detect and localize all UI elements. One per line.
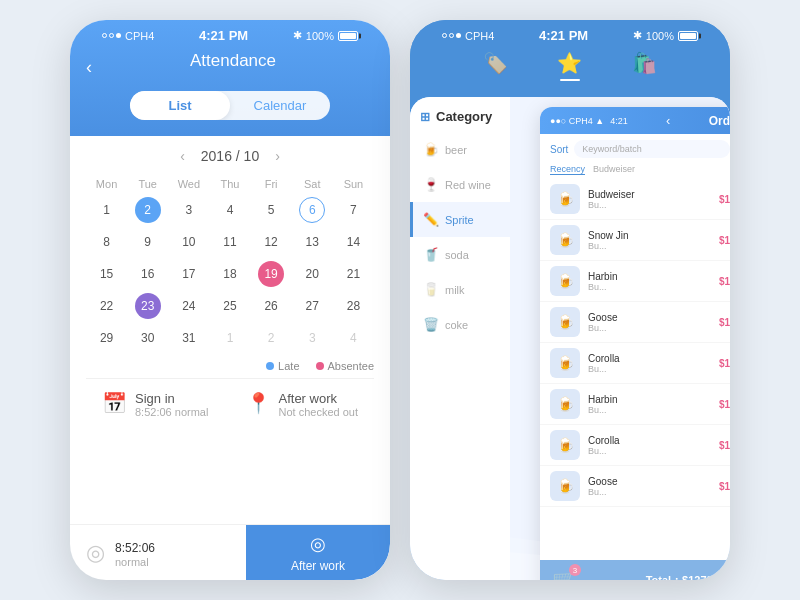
signal-area: CPH4 — [102, 30, 154, 42]
filter-budweiser[interactable]: Budweiser — [593, 164, 635, 175]
signin-details: Sign in 8:52:06 normal — [135, 391, 208, 418]
cat-coke-label: coke — [445, 319, 468, 331]
tab-bag[interactable]: 🛍️ — [632, 51, 657, 81]
view-toggle[interactable]: List Calendar — [130, 91, 330, 120]
sprite-icon: ✏️ — [423, 212, 439, 227]
cal-cell[interactable]: 28 — [333, 290, 374, 322]
bag-icon[interactable]: 🛍️ — [632, 51, 657, 75]
next-month-btn[interactable]: › — [275, 148, 280, 164]
cat-coke[interactable]: 🗑️ coke — [410, 307, 510, 342]
product-sub-1: Bu... — [588, 200, 711, 210]
product-sub-6: Bu... — [588, 405, 711, 415]
product-row[interactable]: 🍺 Harbin Bu... $1 — [540, 261, 730, 302]
wave-svg — [410, 510, 730, 580]
product-row[interactable]: 🍺 Budweiser Bu... $1 — [540, 179, 730, 220]
search-placeholder: Keyword/batch — [582, 144, 642, 154]
r-signal-dot-1 — [442, 33, 447, 38]
cat-sprite[interactable]: ✏️ Sprite — [410, 202, 510, 237]
cal-cell[interactable]: 4 — [333, 322, 374, 354]
search-input[interactable]: Keyword/batch — [574, 140, 730, 158]
product-row[interactable]: 🍺 Corolla Bu... $1 — [540, 425, 730, 466]
cal-cell[interactable]: 24 — [168, 290, 209, 322]
sort-label[interactable]: Sort — [550, 144, 568, 155]
cal-cell[interactable]: 2 — [251, 322, 292, 354]
cal-cell[interactable]: 26 — [251, 290, 292, 322]
cat-sprite-label: Sprite — [445, 214, 474, 226]
overlay-back-btn[interactable]: ‹ — [666, 113, 670, 128]
cal-cell[interactable]: 3 — [168, 194, 209, 226]
cat-redwine-label: Red wine — [445, 179, 491, 191]
right-signal-area: CPH4 — [442, 30, 494, 42]
cal-cell[interactable]: 17 — [168, 258, 209, 290]
products-area: ●●○ CPH4 ▲ 4:21 ‹ Ord Sort Keyword/batch… — [510, 97, 730, 580]
filter-recency[interactable]: Recency — [550, 164, 585, 175]
cat-beer[interactable]: 🍺 beer — [410, 132, 510, 167]
star-icon[interactable]: ⭐ — [557, 51, 582, 75]
tab-star[interactable]: ⭐ — [557, 51, 582, 81]
product-price-7: $1 — [719, 440, 730, 451]
cal-cell[interactable]: 25 — [209, 290, 250, 322]
product-row[interactable]: 🍺 Corolla Bu... $1 — [540, 343, 730, 384]
product-name-6: Harbin — [588, 394, 711, 405]
cal-cell[interactable]: 18 — [209, 258, 250, 290]
signin-row: 📅 Sign in 8:52:06 normal 📍 After work — [102, 391, 358, 418]
product-img-3: 🍺 — [550, 266, 580, 296]
cal-cell[interactable]: 8 — [86, 226, 127, 258]
cat-redwine[interactable]: 🍷 Red wine — [410, 167, 510, 202]
cal-cell[interactable]: 14 — [333, 226, 374, 258]
afterwork-btn[interactable]: ◎ After work — [246, 525, 390, 580]
product-info-5: Corolla Bu... — [588, 353, 711, 374]
product-row[interactable]: 🍺 Harbin Bu... $1 — [540, 384, 730, 425]
cat-milk[interactable]: 🥛 milk — [410, 272, 510, 307]
legend: Late Absentee — [86, 360, 374, 372]
right-signal-dots — [442, 33, 461, 38]
cal-cell[interactable]: 15 — [86, 258, 127, 290]
cal-cell[interactable]: 27 — [292, 290, 333, 322]
cal-cell[interactable]: 19 — [251, 258, 292, 290]
cal-cell[interactable]: 4 — [209, 194, 250, 226]
product-img-5: 🍺 — [550, 348, 580, 378]
cal-cell[interactable]: 1 — [209, 322, 250, 354]
product-name-3: Harbin — [588, 271, 711, 282]
tab-tag[interactable]: 🏷️ — [483, 51, 508, 81]
prev-month-btn[interactable]: ‹ — [180, 148, 185, 164]
r-battery-icon — [678, 31, 698, 41]
cal-cell[interactable]: 10 — [168, 226, 209, 258]
product-row[interactable]: 🍺 Snow Jin Bu... $1 — [540, 220, 730, 261]
right-tabs[interactable]: 🏷️ ⭐ 🛍️ — [426, 47, 714, 89]
product-img-4: 🍺 — [550, 307, 580, 337]
afterwork-btn-label[interactable]: After work — [291, 559, 345, 573]
product-row[interactable]: 🍺 Goose Bu... $1 — [540, 302, 730, 343]
cal-cell[interactable]: 5 — [251, 194, 292, 226]
cat-soda[interactable]: 🥤 soda — [410, 237, 510, 272]
product-price-2: $1 — [719, 235, 730, 246]
product-sub-4: Bu... — [588, 323, 711, 333]
cal-cell[interactable]: 13 — [292, 226, 333, 258]
tab-indicator — [560, 79, 580, 81]
cal-cell[interactable]: 6 — [292, 194, 333, 226]
product-info-1: Budweiser Bu... — [588, 189, 711, 210]
cal-cell[interactable]: 21 — [333, 258, 374, 290]
cal-cell[interactable]: 30 — [127, 322, 168, 354]
tag-icon[interactable]: 🏷️ — [483, 51, 508, 75]
calendar-toggle-btn[interactable]: Calendar — [230, 91, 330, 120]
cal-cell[interactable]: 2 — [127, 194, 168, 226]
cal-cell[interactable]: 11 — [209, 226, 250, 258]
time-display: 4:21 PM — [199, 28, 248, 43]
cal-cell[interactable]: 12 — [251, 226, 292, 258]
list-toggle-btn[interactable]: List — [130, 91, 230, 120]
cal-cell[interactable]: 1 — [86, 194, 127, 226]
cal-cell[interactable]: 16 — [127, 258, 168, 290]
cal-cell[interactable]: 9 — [127, 226, 168, 258]
cal-cell[interactable]: 23 — [127, 290, 168, 322]
cal-cell[interactable]: 31 — [168, 322, 209, 354]
cal-cell[interactable]: 22 — [86, 290, 127, 322]
cal-cell[interactable]: 7 — [333, 194, 374, 226]
cal-cell[interactable]: 3 — [292, 322, 333, 354]
status-bar-left: CPH4 4:21 PM ✱ 100% — [86, 20, 374, 47]
milk-icon: 🥛 — [423, 282, 439, 297]
product-row[interactable]: 🍺 Goose Bu... $1 — [540, 466, 730, 507]
cal-cell[interactable]: 29 — [86, 322, 127, 354]
filter-row: Recency Budweiser — [540, 164, 730, 179]
cal-cell[interactable]: 20 — [292, 258, 333, 290]
